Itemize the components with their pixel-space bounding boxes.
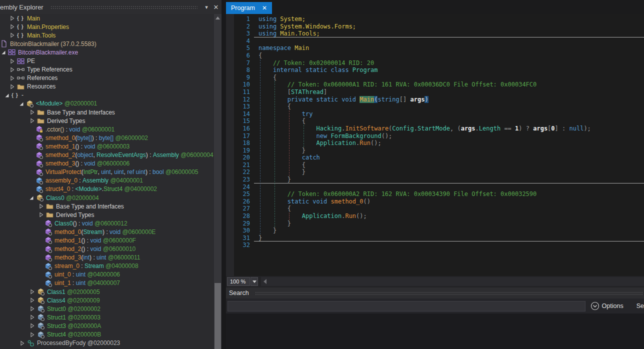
code-editor[interactable]: 1234567891011121314151617181920212223242… (226, 14, 644, 276)
code-line[interactable]: namespace Main (254, 44, 644, 52)
code-line[interactable]: [STAThread] (254, 88, 644, 96)
expand-arrow-icon[interactable] (9, 74, 17, 82)
tree-item[interactable]: method_3(int) : uint @06000011 (0, 254, 214, 262)
expand-arrow-icon[interactable] (38, 203, 46, 210)
expand-arrow-icon[interactable] (38, 212, 46, 218)
code-line[interactable] (254, 38, 644, 45)
tree-item[interactable]: Derived Types (0, 116, 214, 125)
tree-item[interactable]: smethod_1() : void @06000003 (0, 142, 214, 150)
scroll-up-icon[interactable] (214, 14, 222, 22)
code-line[interactable]: } (254, 220, 644, 228)
tree-item[interactable]: PE (0, 56, 214, 65)
tree-item[interactable]: { }Main (0, 14, 214, 22)
expand-arrow-icon[interactable] (9, 83, 17, 90)
tree-item[interactable]: { }Main.Tools (0, 31, 214, 40)
expand-arrow-icon[interactable] (9, 24, 17, 30)
horizontal-scrollbar[interactable] (261, 277, 644, 286)
code-line[interactable]: // Token: 0x060000A2 RID: 162 RVA: 0x000… (254, 190, 644, 198)
tree-item[interactable]: { } (0, 348, 214, 349)
tree-item[interactable]: Class0 @02000004 (0, 194, 214, 202)
expand-arrow-icon[interactable] (29, 118, 37, 124)
tree-item[interactable]: Type References (0, 66, 214, 74)
code-line[interactable]: } (254, 234, 644, 242)
tree-item[interactable]: BitcoinBlackmailer (37.0.2.5583) (0, 40, 214, 48)
expand-arrow-icon[interactable] (19, 340, 27, 346)
tree-item[interactable]: smethod_2(object, ResolveEventArgs) : As… (0, 151, 214, 160)
expand-arrow-icon[interactable] (9, 15, 17, 22)
collapse-arrow-icon[interactable] (4, 92, 12, 98)
tree-item[interactable]: Derived Types (0, 210, 214, 219)
tree-item[interactable]: smethod_0(byte[]) : byte[] @06000002 (0, 134, 214, 142)
code-line[interactable]: Hacking.InitSoftware(Config.StartMode, (… (254, 125, 644, 132)
collapse-arrow-icon[interactable] (0, 49, 8, 56)
code-line[interactable]: new FormBackground(); (254, 132, 644, 140)
tree-item[interactable]: References (0, 74, 214, 82)
tree-item[interactable]: Struct1 @02000003 (0, 313, 214, 322)
tree-item[interactable]: method_1() : void @0600000F (0, 236, 214, 244)
code-line[interactable]: { (254, 52, 644, 60)
code-line[interactable]: Application.Run(); (254, 212, 644, 220)
tree-item[interactable]: Struct4 @0200000B (0, 330, 214, 338)
expand-arrow-icon[interactable] (29, 314, 37, 321)
tree-vertical-scrollbar[interactable] (214, 14, 222, 349)
tree-item[interactable]: .cctor() : void @06000001 (0, 125, 214, 134)
tree-item[interactable]: uint_1 : uint @04000007 (0, 279, 214, 288)
tab-program[interactable]: Program ✕ (226, 2, 272, 14)
tab-close-icon[interactable]: ✕ (262, 4, 267, 12)
tree-item[interactable]: { }- (0, 91, 214, 100)
code-line[interactable]: // Token: 0x060000A1 RID: 161 RVA: 0x000… (254, 81, 644, 88)
panel-close-icon[interactable]: ✕ (212, 4, 220, 11)
expand-arrow-icon[interactable] (9, 32, 17, 39)
code-content[interactable]: using System;using System.Windows.Forms;… (254, 14, 644, 276)
code-line[interactable]: // Token: 0x02000014 RID: 20 (254, 60, 644, 67)
expand-arrow-icon[interactable] (29, 322, 37, 330)
panel-splitter[interactable] (222, 0, 226, 349)
expand-arrow-icon[interactable] (29, 306, 37, 312)
code-line[interactable]: { (254, 205, 644, 212)
tree-item[interactable]: VirtualProtect(IntPtr, uint, uint, ref u… (0, 168, 214, 176)
tree-item[interactable]: stream_0 : Stream @04000008 (0, 262, 214, 270)
code-line[interactable]: } (254, 168, 644, 176)
code-line[interactable]: using Main.Tools; (254, 30, 644, 38)
code-line[interactable]: } (254, 147, 644, 154)
panel-menu-icon[interactable]: ▾ (202, 4, 210, 10)
code-line[interactable]: { (254, 162, 644, 169)
tree-item[interactable]: Base Type and Interfaces (0, 202, 214, 210)
tree-item[interactable]: method_2() : void @06000010 (0, 245, 214, 254)
tree-item[interactable]: Struct0 @02000002 (0, 304, 214, 313)
tree-item[interactable]: Class0() : void @06000012 (0, 219, 214, 228)
expand-arrow-icon[interactable] (29, 331, 37, 338)
search-options-button[interactable]: Options (590, 302, 624, 310)
tree-item[interactable]: Base Type and Interfaces (0, 108, 214, 116)
code-line[interactable]: Application.Run(); (254, 140, 644, 147)
code-line[interactable]: { (254, 118, 644, 125)
search-input[interactable] (228, 301, 586, 312)
code-line[interactable]: internal static class Program (254, 66, 644, 74)
tree-item[interactable]: Struct3 @0200000A (0, 322, 214, 330)
code-line[interactable] (254, 184, 644, 191)
expand-arrow-icon[interactable] (9, 58, 17, 64)
tree-item[interactable]: assembly_0 : Assembly @04000001 (0, 176, 214, 185)
scroll-left-icon[interactable] (264, 279, 266, 284)
code-line[interactable]: private static void Main(string[] args) (254, 96, 644, 104)
code-line[interactable]: static void smethod_0() (254, 198, 644, 206)
tree-item[interactable]: <Module> @02000001 (0, 100, 214, 108)
code-line[interactable] (254, 242, 644, 249)
code-line[interactable]: using System.Windows.Forms; (254, 23, 644, 30)
code-line[interactable]: catch (254, 154, 644, 162)
code-line[interactable]: { (254, 103, 644, 110)
code-line[interactable]: } (254, 176, 644, 184)
collapse-arrow-icon[interactable] (28, 194, 36, 202)
tree-item[interactable]: method_0(Stream) : void @0600000E (0, 228, 214, 236)
expand-arrow-icon[interactable] (29, 297, 37, 304)
tree-item[interactable]: Class1 @02000005 (0, 288, 214, 296)
tree-item[interactable]: uint_0 : uint @04000006 (0, 270, 214, 279)
scroll-thumb[interactable] (214, 283, 221, 349)
code-line[interactable]: } (254, 227, 644, 234)
zoom-level-select[interactable]: 100 % (227, 277, 250, 286)
collapse-arrow-icon[interactable] (18, 100, 26, 107)
code-line[interactable]: { (254, 74, 644, 82)
tree-item[interactable]: ProcessedByFody @02000023 (0, 339, 214, 348)
expand-arrow-icon[interactable] (9, 66, 17, 73)
expand-arrow-icon[interactable] (29, 288, 37, 296)
